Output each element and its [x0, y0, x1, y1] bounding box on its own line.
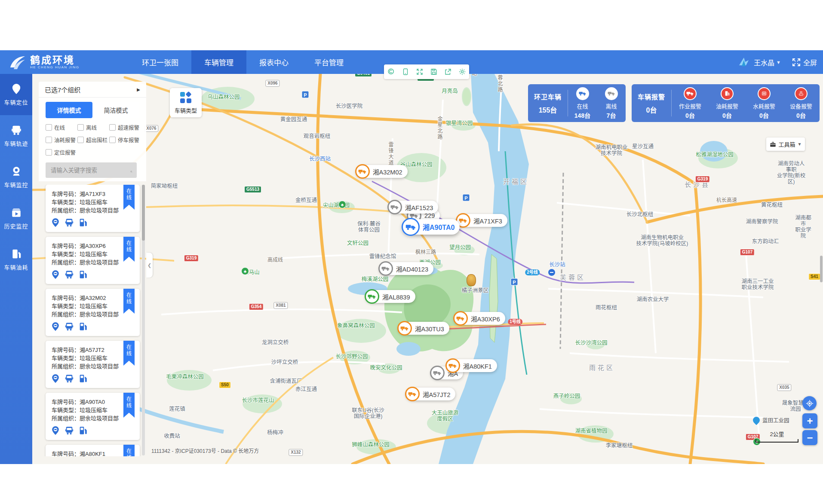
- action-bus-icon[interactable]: [64, 218, 74, 227]
- action-bus-icon[interactable]: [64, 374, 74, 383]
- zoom-in-button[interactable]: +: [802, 413, 817, 428]
- vehicle-card[interactable]: 车牌号码：湘A71XF3车辆类型：垃圾压缩车所属组织：厨余垃圾项目部在 线: [46, 185, 140, 232]
- checkbox[interactable]: [77, 137, 84, 143]
- zoom-out-button[interactable]: −: [802, 430, 817, 445]
- maptool-share-icon[interactable]: [444, 68, 452, 76]
- map-label: 湖南农业大学: [636, 296, 669, 302]
- action-fuel-icon[interactable]: [78, 270, 88, 279]
- action-pin-car-icon[interactable]: [51, 374, 60, 383]
- maptool-expand-icon[interactable]: [416, 68, 424, 76]
- map-label: 雨花枢纽: [596, 305, 617, 311]
- filter-5[interactable]: 超出围栏: [77, 136, 109, 144]
- vehicle-card[interactable]: 车牌号码：湘A80KF1车辆类型：垃圾压缩车所属组织：厨余垃圾项目部在 线: [46, 445, 140, 456]
- filter-3[interactable]: 超速报警: [109, 123, 141, 131]
- tree-icon: ♣: [338, 201, 346, 208]
- checkbox[interactable]: [109, 124, 116, 131]
- nav-item-4[interactable]: 平台管理: [301, 50, 356, 74]
- action-pin-car-icon[interactable]: [51, 322, 60, 331]
- action-bus-icon[interactable]: [64, 270, 74, 279]
- toolbox-button[interactable]: 工具箱 ▼: [766, 137, 805, 151]
- action-pin-car-icon[interactable]: [51, 218, 60, 227]
- road-shield: X035: [777, 384, 791, 391]
- search-input[interactable]: [46, 167, 130, 174]
- org-expand-arrow[interactable]: ▶: [137, 87, 140, 92]
- action-fuel-icon[interactable]: [78, 322, 88, 331]
- nav-item-3[interactable]: 报表中心: [246, 50, 301, 74]
- checkbox[interactable]: [46, 124, 52, 131]
- map-label: 长沙西站: [309, 156, 331, 162]
- user-chevron-down-icon[interactable]: ▼: [776, 60, 781, 65]
- sidebar-item-history[interactable]: 历史监控: [0, 198, 32, 239]
- marker-plate: 湘AL8839: [382, 292, 410, 301]
- filter-6[interactable]: 停车报警: [109, 136, 141, 144]
- maptool-measure-icon[interactable]: [387, 68, 395, 76]
- nav-item-2[interactable]: 车辆管理: [191, 50, 246, 74]
- road-shield: 1号线: [508, 319, 522, 325]
- stat-offline-label: 离线: [606, 102, 617, 110]
- fullscreen-icon[interactable]: [792, 58, 801, 67]
- vehicle-marker[interactable]: 湘A32M02: [356, 165, 408, 178]
- vehicle-actions: [51, 322, 140, 331]
- marker-plate: 湘A80KF1: [463, 361, 492, 370]
- nav-item-1[interactable]: 环卫一张图: [129, 50, 191, 74]
- filter-2[interactable]: 离线: [77, 123, 109, 131]
- stat-work-alarm-value: 0台: [685, 111, 695, 119]
- sidebar-item-pin-car[interactable]: 车辆定位: [0, 74, 32, 115]
- filter-4[interactable]: 油耗报警: [46, 136, 77, 144]
- panel-collapse-handle[interactable]: ❮: [146, 253, 153, 278]
- checkbox[interactable]: [77, 124, 84, 131]
- map-label: 湖南省植物园: [575, 428, 607, 434]
- maptool-device-icon[interactable]: [402, 68, 409, 76]
- vehicle-marker[interactable]: 湘AF1523: [388, 201, 438, 214]
- checkbox[interactable]: [46, 137, 52, 143]
- action-fuel-icon[interactable]: [78, 374, 88, 383]
- stat-work-alarm-label: 作业报警: [679, 102, 701, 110]
- vehicle-marker[interactable]: 湘A57JT2: [406, 388, 455, 400]
- map-label: 星沙互通: [632, 144, 654, 150]
- checkbox[interactable]: [109, 137, 116, 143]
- page-scrollbar[interactable]: [820, 256, 823, 282]
- locate-button[interactable]: [802, 396, 817, 410]
- org-selection-header: 已选7个组织: [45, 85, 80, 94]
- vehicle-type-button[interactable]: 车辆类型: [170, 88, 202, 117]
- filter-7[interactable]: 定位报警: [46, 148, 77, 156]
- action-fuel-icon[interactable]: [78, 426, 88, 435]
- user-name[interactable]: 王水晶: [754, 57, 774, 67]
- vehicle-marker[interactable]: 湘AL8839: [365, 290, 415, 303]
- marker-truck-icon: [378, 261, 393, 276]
- vehicle-actions: [51, 218, 140, 227]
- vehicle-marker[interactable]: 湘A80KF1: [446, 359, 497, 372]
- vehicle-marker[interactable]: 湘A30TU3: [398, 322, 449, 335]
- checkbox[interactable]: [46, 149, 52, 156]
- tab-simple-mode[interactable]: 简洁模式: [92, 102, 139, 118]
- maptool-save-icon[interactable]: [430, 68, 438, 76]
- list-scrollbar-thumb[interactable]: [142, 185, 145, 241]
- vehicle-card[interactable]: 车牌号码：湘A32M02车辆类型：垃圾压缩车所属组织：厨余垃圾项目部在 线: [46, 289, 140, 336]
- sidebar-item-bus[interactable]: 车辆轨迹: [0, 115, 32, 156]
- tab-detail-mode[interactable]: 详情模式: [46, 102, 92, 118]
- user-avatar-icon[interactable]: [737, 56, 750, 69]
- vehicle-marker[interactable]: 湘A90TA0: [402, 219, 460, 235]
- vehicle-card[interactable]: 车牌号码：湘A90TA0车辆类型：垃圾压缩车所属组织：厨余垃圾项目部在 线: [46, 393, 140, 440]
- action-pin-car-icon[interactable]: [51, 270, 60, 279]
- vehicle-card[interactable]: 车牌号码：湘A30XP6车辆类型：垃圾压缩车所属组织：厨余垃圾项目部在 线: [46, 237, 140, 284]
- vehicle-card[interactable]: 车牌号码：湘A57JT2车辆类型：垃圾压缩车所属组织：厨余垃圾项目部在 线: [46, 341, 140, 388]
- action-fuel-icon[interactable]: [78, 218, 88, 227]
- maptool-gear-icon[interactable]: [458, 68, 466, 76]
- sidebar-item-fuel[interactable]: 车辆油耗: [0, 239, 32, 280]
- sidebar-item-camera[interactable]: 车辆监控: [0, 156, 32, 198]
- filter-1[interactable]: 在线: [46, 123, 77, 131]
- map-label: 雷锋大道: [387, 142, 393, 166]
- action-pin-car-icon[interactable]: [51, 426, 60, 435]
- marker-truck-icon: [355, 164, 370, 179]
- vehicle-marker[interactable]: 湘A71XF3: [457, 214, 507, 227]
- logo-subtitle: HE CHENG HUAN JING: [30, 65, 80, 69]
- vehicle-marker[interactable]: 湘AD40123: [379, 262, 433, 275]
- filter-label: 超出围栏: [86, 136, 107, 144]
- action-bus-icon[interactable]: [64, 426, 74, 435]
- vehicle-marker[interactable]: 湘A30XP6: [454, 312, 505, 325]
- filter-label: 超速报警: [118, 123, 139, 131]
- fullscreen-label[interactable]: 全屏: [803, 57, 817, 67]
- action-bus-icon[interactable]: [64, 322, 74, 331]
- search-icon[interactable]: [130, 167, 132, 174]
